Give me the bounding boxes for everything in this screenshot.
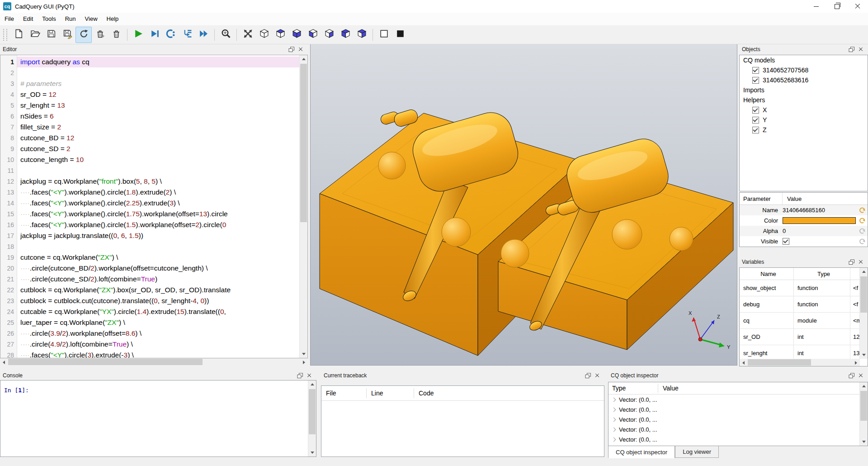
- wireframe-view-button[interactable]: [376, 27, 392, 43]
- inspector-row[interactable]: Vector: (0.0, ...: [609, 434, 860, 444]
- menu-tools[interactable]: Tools: [38, 13, 60, 25]
- scroll-up-icon[interactable]: [860, 382, 868, 390]
- close-panel-icon[interactable]: [593, 371, 602, 380]
- open-file-button[interactable]: [27, 27, 43, 43]
- toolbar-drag-handle[interactable]: [3, 29, 7, 41]
- right-view-button[interactable]: [354, 27, 370, 43]
- property-value[interactable]: 3140646685160: [783, 207, 857, 214]
- bottom-view-button[interactable]: [288, 27, 305, 43]
- scroll-down-icon[interactable]: [860, 438, 868, 446]
- scroll-down-icon[interactable]: [308, 449, 316, 456]
- expand-chevron-icon[interactable]: [612, 417, 616, 422]
- menu-run[interactable]: Run: [61, 13, 80, 25]
- tree-item-cq-models[interactable]: CQ models: [740, 55, 868, 65]
- scroll-thumb[interactable]: [8, 359, 203, 365]
- close-panel-icon[interactable]: [305, 371, 314, 380]
- close-button[interactable]: [847, 0, 868, 13]
- editor-horizontal-scrollbar[interactable]: [0, 358, 308, 366]
- expand-chevron-icon[interactable]: [612, 397, 616, 402]
- autoreload-button[interactable]: [75, 27, 92, 43]
- inspector-table[interactable]: Type Value Vector: (0.0, ...Vector: (0.0…: [609, 382, 860, 446]
- top-view-button[interactable]: [272, 27, 288, 43]
- tree-item-y[interactable]: Y: [740, 115, 868, 125]
- float-panel-icon[interactable]: [584, 371, 593, 380]
- editor-vertical-scrollbar[interactable]: [299, 55, 307, 358]
- maximize-button[interactable]: [826, 0, 847, 13]
- step-into-button[interactable]: [179, 27, 195, 43]
- expand-chevron-icon[interactable]: [612, 437, 616, 442]
- code-editor[interactable]: 1234567891011121314151617181920212223242…: [0, 55, 308, 358]
- scroll-up-icon[interactable]: [308, 380, 316, 388]
- step-button[interactable]: [163, 27, 179, 43]
- scroll-down-icon[interactable]: [860, 351, 868, 359]
- scroll-left-icon[interactable]: [0, 358, 8, 366]
- float-panel-icon[interactable]: [287, 45, 296, 53]
- menu-edit[interactable]: Edit: [19, 13, 38, 25]
- close-panel-icon[interactable]: [856, 45, 865, 53]
- 3d-viewport[interactable]: X Z Y: [310, 44, 737, 366]
- checkbox[interactable]: [752, 77, 759, 84]
- inspector-row[interactable]: Vector: (0.0, ...: [609, 404, 860, 414]
- undo-button[interactable]: [857, 217, 868, 224]
- property-row-name[interactable]: Name3140646685160: [740, 205, 868, 215]
- scroll-up-icon[interactable]: [860, 268, 868, 276]
- tree-item-3140652683616[interactable]: 3140652683616: [740, 75, 868, 85]
- variable-row-sr_OD[interactable]: sr_ODint12: [740, 329, 860, 345]
- menu-view[interactable]: View: [80, 13, 102, 25]
- float-panel-icon[interactable]: [847, 45, 856, 53]
- console-vertical-scrollbar[interactable]: [308, 380, 316, 456]
- close-panel-icon[interactable]: [856, 258, 865, 266]
- tree-item-imports[interactable]: Imports: [740, 85, 868, 95]
- tab-log-viewer[interactable]: Log viewer: [675, 446, 719, 458]
- float-panel-icon[interactable]: [296, 371, 305, 380]
- tree-item-x[interactable]: X: [740, 105, 868, 115]
- inspector-row[interactable]: Vector: (0.0, ...: [609, 414, 860, 424]
- scroll-thumb[interactable]: [860, 391, 867, 421]
- console-prompt[interactable]: In [1]:: [0, 380, 308, 456]
- tree-item-z[interactable]: Z: [740, 125, 868, 135]
- editor-code[interactable]: import cadquery as cq# parameterssr_OD =…: [17, 55, 299, 358]
- run-button[interactable]: [130, 27, 146, 43]
- inspector-row[interactable]: Vector: (0.0, ...: [609, 395, 860, 404]
- front-view-button[interactable]: [305, 27, 321, 43]
- property-value[interactable]: [783, 217, 857, 224]
- checkbox[interactable]: [752, 67, 759, 74]
- property-value[interactable]: [783, 238, 857, 245]
- inspector-vertical-scrollbar[interactable]: [859, 382, 868, 446]
- menu-help[interactable]: Help: [102, 13, 123, 25]
- inspect-cad-button[interactable]: [217, 27, 234, 43]
- float-panel-icon[interactable]: [847, 371, 856, 380]
- shaded-view-button[interactable]: [392, 27, 408, 43]
- property-row-visible[interactable]: Visible: [740, 236, 868, 247]
- color-swatch[interactable]: [783, 217, 856, 224]
- expand-chevron-icon[interactable]: [612, 427, 616, 432]
- menu-file[interactable]: File: [0, 13, 19, 25]
- property-value[interactable]: 0: [783, 228, 857, 234]
- checkbox[interactable]: [752, 107, 759, 114]
- scroll-left-icon[interactable]: [740, 359, 747, 366]
- checkbox[interactable]: [752, 127, 759, 133]
- fit-view-button[interactable]: [240, 27, 256, 43]
- variable-row-sr_lenght[interactable]: sr_lenghtint13: [740, 345, 860, 359]
- scroll-thumb[interactable]: [748, 359, 811, 366]
- traceback-table[interactable]: FileLineCode: [321, 385, 604, 457]
- variables-vertical-scrollbar[interactable]: [859, 268, 868, 359]
- expand-chevron-icon[interactable]: [612, 407, 616, 412]
- scroll-right-icon[interactable]: [300, 358, 308, 366]
- close-panel-icon[interactable]: [296, 45, 305, 53]
- ipython-console[interactable]: In [1]:: [0, 380, 316, 457]
- float-panel-icon[interactable]: [847, 258, 856, 266]
- clear-all-button[interactable]: [108, 27, 124, 43]
- back-view-button[interactable]: [321, 27, 337, 43]
- inspector-row[interactable]: Vector: (0.0, ...: [609, 424, 860, 434]
- minimize-button[interactable]: [806, 0, 826, 13]
- tree-item-3140652707568[interactable]: 3140652707568: [740, 65, 868, 75]
- objects-tree[interactable]: CQ models31406527075683140652683616Impor…: [739, 55, 868, 191]
- close-panel-icon[interactable]: [856, 371, 865, 380]
- debug-button[interactable]: [146, 27, 163, 43]
- scroll-thumb[interactable]: [300, 64, 307, 222]
- scroll-thumb[interactable]: [860, 276, 867, 313]
- variable-row-show_object[interactable]: show_objectfunction<f: [740, 280, 860, 296]
- variables-horizontal-scrollbar[interactable]: [740, 359, 860, 366]
- undo-button[interactable]: [857, 207, 868, 214]
